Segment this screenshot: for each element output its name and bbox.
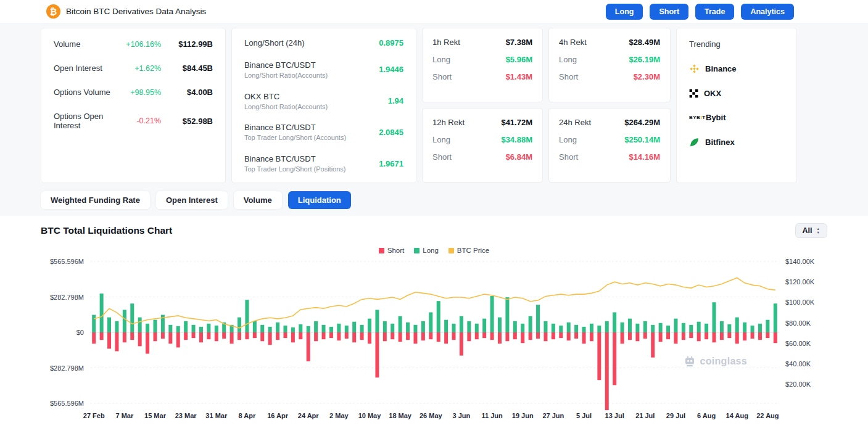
svg-text:2 May: 2 May — [329, 412, 349, 419]
legend-long: Long — [414, 247, 439, 254]
svg-text:$120.00K: $120.00K — [785, 278, 815, 286]
svg-text:26 May: 26 May — [420, 412, 443, 419]
header-actions: Long Short Trade Analytics — [606, 4, 794, 20]
bybit-icon: BYBIT — [689, 115, 700, 120]
svg-text:15 Mar: 15 Mar — [144, 412, 167, 419]
select-arrows-icon: ▲▼ — [817, 227, 820, 234]
tab-open-interest[interactable]: Open Interest — [156, 191, 228, 209]
svg-text:27 Feb: 27 Feb — [83, 412, 105, 419]
chart-tabs: Weighted Funding Rate Open Interest Volu… — [41, 191, 827, 209]
rekt-card-4h: 4h Rekt $28.49M Long$26.19M Short$2.30M — [548, 28, 671, 102]
svg-text:14 Aug: 14 Aug — [726, 412, 748, 419]
svg-text:5 Jul: 5 Jul — [576, 412, 592, 419]
ratio-row: Long/Short (24h) 0.8975 — [244, 38, 403, 47]
svg-text:$100.00K: $100.00K — [785, 298, 815, 306]
long-short-ratio-card: Long/Short (24h) 0.8975 Binance BTC/USDT… — [231, 28, 416, 183]
svg-text:$565.596M: $565.596M — [50, 400, 84, 407]
binance-icon — [689, 64, 700, 74]
change-badge: +1.62% — [115, 64, 161, 73]
svg-text:$140.00K: $140.00K — [785, 258, 815, 265]
svg-text:7 Mar: 7 Mar — [115, 412, 133, 419]
svg-text:19 Jun: 19 Jun — [512, 412, 534, 419]
rekt-card-12h: 12h Rekt $41.72M Long$34.88M Short$6.84M — [422, 108, 543, 183]
header: ₿ Bitcoin BTC Derivatives Data Analysis … — [0, 0, 868, 23]
svg-text:21 Jul: 21 Jul — [635, 412, 655, 419]
trending-item-bybit[interactable]: BYBIT Bybit — [689, 113, 784, 122]
svg-text:8 Apr: 8 Apr — [239, 412, 256, 419]
chart-title: BTC Total Liquidations Chart — [41, 225, 172, 236]
svg-text:31 Mar: 31 Mar — [205, 412, 228, 419]
rekt-column-left: 1h Rekt $7.38M Long$5.96M Short$1.43M 12… — [422, 28, 543, 183]
svg-text:29 Jul: 29 Jul — [666, 412, 685, 419]
ratio-row: OKX BTC Long/Short Ratio(Accounts) 1.94 — [244, 92, 403, 110]
page-title: Bitcoin BTC Derivatives Data Analysis — [66, 7, 206, 16]
ratio-row: Binance BTC/USDT Long/Short Ratio(Accoun… — [244, 60, 403, 79]
svg-text:$20.00K: $20.00K — [785, 380, 811, 388]
svg-text:10 May: 10 May — [358, 412, 382, 419]
time-range-select[interactable]: All ▲▼ — [795, 223, 827, 238]
svg-text:11 Jun: 11 Jun — [481, 412, 503, 419]
short-swatch-icon — [379, 248, 384, 253]
svg-text:13 Jul: 13 Jul — [605, 412, 624, 419]
svg-text:24 Apr: 24 Apr — [298, 412, 320, 419]
stat-row-volume: Volume +106.16% $112.99B — [54, 39, 213, 49]
svg-text:$40.00K: $40.00K — [785, 360, 811, 368]
trade-button[interactable]: Trade — [695, 4, 734, 20]
derivatives-dashboard: ₿ Bitcoin BTC Derivatives Data Analysis … — [0, 0, 868, 436]
svg-text:18 May: 18 May — [389, 412, 412, 419]
svg-text:$60.00K: $60.00K — [785, 340, 811, 347]
liquidations-chart[interactable]: $565.596M$282.798M$0$282.798M$565.596M$1… — [41, 255, 827, 427]
svg-text:22 Aug: 22 Aug — [756, 412, 779, 419]
svg-text:16 Apr: 16 Apr — [267, 412, 289, 419]
long-button[interactable]: Long — [606, 4, 643, 20]
trending-item-binance[interactable]: Binance — [689, 64, 784, 74]
chart-legend: Short Long BTC Price — [41, 247, 827, 254]
svg-text:$80.00K: $80.00K — [785, 319, 811, 327]
svg-text:$282.798M: $282.798M — [50, 294, 84, 301]
chart-area: $565.596M$282.798M$0$282.798M$565.596M$1… — [41, 255, 827, 429]
rekt-card-24h: 24h Rekt $264.29M Long$250.14M Short$14.… — [548, 108, 671, 183]
okx-icon — [689, 89, 698, 98]
short-button[interactable]: Short — [650, 4, 688, 20]
legend-short: Short — [379, 247, 405, 254]
trending-item-bitfinex[interactable]: Bitfinex — [689, 137, 784, 147]
rekt-card-1h: 1h Rekt $7.38M Long$5.96M Short$1.43M — [422, 28, 543, 102]
svg-text:27 Jun: 27 Jun — [542, 412, 564, 419]
trending-card: Trending Binance OKX BYBIT Bybi — [676, 28, 797, 183]
tab-weighted-funding-rate[interactable]: Weighted Funding Rate — [41, 191, 150, 209]
svg-text:23 Mar: 23 Mar — [175, 412, 197, 419]
svg-text:$565.596M: $565.596M — [50, 258, 84, 265]
trending-item-okx[interactable]: OKX — [689, 89, 784, 98]
stat-row-options-volume: Options Volume +98.95% $4.00B — [54, 88, 213, 97]
svg-text:6 Aug: 6 Aug — [697, 412, 716, 419]
bitfinex-icon — [689, 137, 700, 147]
summary-cards: Volume +106.16% $112.99B Open Interest +… — [41, 28, 827, 183]
change-badge: -0.21% — [115, 117, 161, 125]
ratio-row: Binance BTC/USDT Top Trader Long/Short (… — [244, 123, 403, 141]
bitcoin-icon: ₿ — [46, 4, 60, 19]
legend-btc-price: BTC Price — [448, 247, 489, 254]
tab-liquidation[interactable]: Liquidation — [288, 191, 351, 209]
liquidations-panel: BTC Total Liquidations Chart All ▲▼ Shor… — [0, 216, 868, 436]
trending-title: Trending — [689, 39, 784, 49]
tab-volume[interactable]: Volume — [234, 191, 282, 209]
analytics-button[interactable]: Analytics — [741, 4, 794, 20]
svg-text:$282.798M: $282.798M — [50, 364, 84, 372]
change-badge: +98.95% — [115, 88, 161, 97]
long-swatch-icon — [414, 248, 420, 253]
ratio-row: Binance BTC/USDT Top Trader Long/Short (… — [244, 154, 403, 173]
market-stats-card: Volume +106.16% $112.99B Open Interest +… — [41, 28, 226, 183]
stat-row-options-open-interest: Options Open Interest -0.21% $52.98B — [54, 112, 213, 130]
change-badge: +106.16% — [115, 40, 161, 49]
rekt-column-right: 4h Rekt $28.49M Long$26.19M Short$2.30M … — [548, 28, 671, 183]
svg-text:$0: $0 — [76, 329, 84, 336]
stat-row-open-interest: Open Interest +1.62% $84.45B — [54, 64, 213, 73]
svg-text:3 Jun: 3 Jun — [453, 412, 471, 419]
btc-price-swatch-icon — [448, 248, 454, 253]
